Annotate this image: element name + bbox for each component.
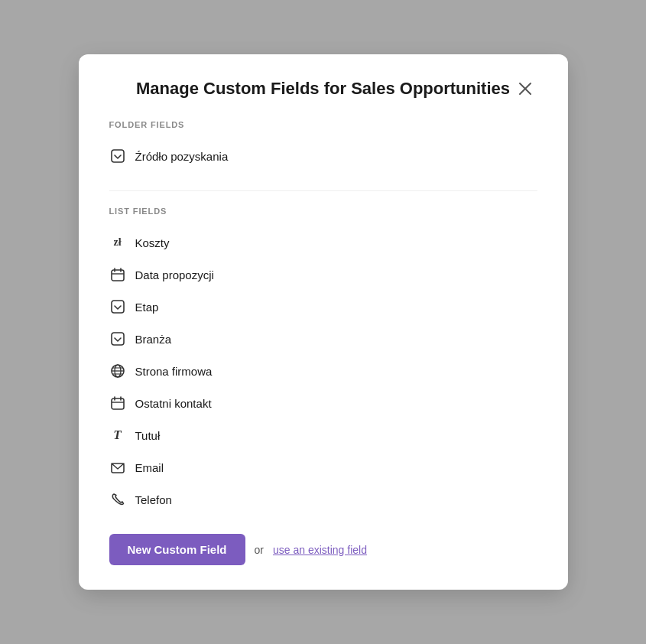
list-field-item: zł Koszty: [109, 226, 537, 259]
section-divider: [109, 190, 537, 191]
svg-rect-2: [112, 150, 124, 162]
modal-title: Manage Custom Fields for Sales Opportuni…: [136, 79, 510, 99]
list-fields-label: LIST FIELDS: [109, 207, 537, 216]
dropdown-icon: [110, 148, 125, 164]
field-name: Tutuł: [135, 429, 161, 442]
dropdown-icon: [110, 331, 125, 346]
list-field-item: Telefon: [109, 483, 537, 516]
list-field-item: Strona firmowa: [109, 355, 537, 387]
field-name: Branża: [135, 333, 172, 346]
field-icon-dropdown: [109, 298, 126, 315]
text-icon: T: [113, 428, 121, 443]
folder-field-item: Źródło pozyskania: [109, 140, 537, 172]
list-field-item: Etap: [109, 291, 537, 323]
folder-fields-section: FOLDER FIELDS Źródło pozyskania: [109, 120, 537, 172]
svg-rect-7: [112, 301, 124, 313]
list-field-item: Email: [109, 451, 537, 483]
svg-rect-8: [112, 333, 124, 345]
field-icon-currency: zł: [109, 234, 126, 251]
svg-rect-14: [112, 398, 124, 409]
use-existing-field-link[interactable]: use an existing field: [273, 544, 367, 556]
list-field-item: T Tutuł: [109, 419, 537, 451]
phone-icon: [110, 492, 125, 507]
field-icon-phone: [109, 491, 126, 508]
calendar-icon: [110, 267, 125, 282]
field-name: Telefon: [135, 493, 172, 506]
list-fields-section: LIST FIELDS zł Koszty Data propozycji Et…: [109, 207, 537, 516]
footer-or-text: or: [255, 544, 264, 556]
field-icon-dropdown: [109, 148, 126, 164]
list-field-item: Ostatni kontakt: [109, 387, 537, 419]
close-button[interactable]: [513, 76, 537, 101]
field-name: Etap: [135, 301, 159, 314]
modal-container: Manage Custom Fields for Sales Opportuni…: [79, 54, 568, 590]
field-name: Źródło pozyskania: [135, 150, 229, 163]
email-icon: [110, 460, 125, 475]
field-icon-email: [109, 459, 126, 476]
field-name: Email: [135, 461, 164, 474]
list-field-item: Branża: [109, 323, 537, 355]
calendar-icon: [110, 395, 125, 411]
field-name: Ostatni kontakt: [135, 397, 212, 410]
modal-header: Manage Custom Fields for Sales Opportuni…: [109, 79, 537, 99]
field-icon-calendar: [109, 395, 126, 411]
svg-rect-3: [112, 270, 124, 281]
modal-footer: New Custom Field or use an existing fiel…: [109, 534, 537, 565]
field-name: Data propozycji: [135, 268, 214, 281]
folder-fields-label: FOLDER FIELDS: [109, 120, 537, 129]
list-fields-list: zł Koszty Data propozycji Etap: [109, 226, 537, 516]
modal-overlay: Manage Custom Fields for Sales Opportuni…: [0, 0, 646, 644]
folder-fields-list: Źródło pozyskania: [109, 140, 537, 172]
list-field-item: Data propozycji: [109, 259, 537, 291]
field-icon-text: T: [109, 427, 126, 444]
field-name: Koszty: [135, 236, 170, 249]
globe-icon: [110, 363, 125, 379]
close-icon: [518, 82, 532, 96]
field-name: Strona firmowa: [135, 365, 213, 378]
dropdown-icon: [110, 299, 125, 314]
field-icon-dropdown: [109, 330, 126, 347]
field-icon-calendar: [109, 266, 126, 283]
field-icon-globe: [109, 363, 126, 379]
currency-icon: zł: [113, 236, 121, 249]
new-custom-field-button[interactable]: New Custom Field: [109, 534, 245, 565]
